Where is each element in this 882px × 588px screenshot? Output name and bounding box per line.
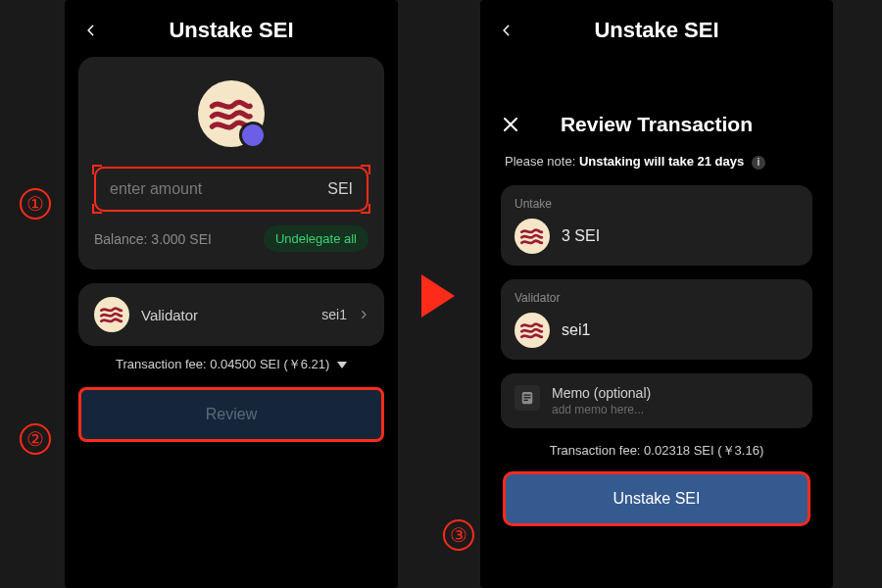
untake-label: Untake bbox=[514, 197, 799, 211]
validator-label: Validator bbox=[141, 307, 198, 323]
unstake-submit-button[interactable]: Unstake SEI bbox=[503, 471, 810, 526]
untake-amount: 3 SEI bbox=[562, 227, 600, 245]
sheet-header: Review Transaction bbox=[501, 113, 812, 136]
amount-card: enter amount SEI Balance: 3.000 SEI Unde… bbox=[78, 57, 384, 270]
page-title: Unstake SEI bbox=[496, 18, 817, 43]
annotation-step-1: ① bbox=[20, 188, 51, 220]
sei-logo-icon bbox=[208, 90, 255, 137]
validator-label: Validator bbox=[514, 291, 799, 305]
transaction-fee-label: Transaction fee: 0.02318 SEI (￥3.16) bbox=[501, 442, 812, 460]
svg-rect-6 bbox=[524, 397, 531, 398]
svg-rect-5 bbox=[524, 394, 531, 395]
sei-token-icon bbox=[198, 80, 265, 147]
validator-icon bbox=[94, 297, 129, 332]
info-icon[interactable]: i bbox=[752, 156, 765, 170]
sei-token-icon bbox=[514, 219, 550, 254]
balance-row: Balance: 3.000 SEI Undelegate all bbox=[94, 225, 368, 252]
balance-label: Balance: 3.000 SEI bbox=[94, 231, 212, 247]
unstake-warning: Please note: Unstaking will take 21 days… bbox=[505, 154, 808, 170]
header: Unstake SEI bbox=[65, 0, 398, 57]
caret-down-icon bbox=[337, 362, 347, 369]
review-button[interactable]: Review bbox=[78, 387, 384, 442]
chevron-right-icon bbox=[359, 310, 368, 319]
annotation-step-2: ② bbox=[20, 423, 51, 455]
amount-placeholder: enter amount bbox=[110, 180, 202, 198]
screen-unstake-form: Unstake SEI enter amount SEI Balance: 3.… bbox=[65, 0, 398, 588]
validator-summary-block: Validator sei1 bbox=[501, 279, 812, 360]
transaction-fee-selector[interactable]: Transaction fee: 0.04500 SEI (￥6.21) bbox=[65, 356, 398, 373]
page-title: Unstake SEI bbox=[80, 18, 382, 43]
header: Unstake SEI bbox=[480, 0, 833, 57]
validator-icon bbox=[514, 313, 550, 348]
annotation-arrow-icon bbox=[421, 274, 455, 318]
memo-icon bbox=[514, 385, 540, 411]
sei-logo-icon bbox=[99, 302, 123, 326]
memo-label: Memo (optional) bbox=[552, 385, 651, 401]
memo-placeholder: add memo here... bbox=[552, 403, 651, 416]
sheet-title: Review Transaction bbox=[501, 113, 812, 136]
validator-selector[interactable]: Validator sei1 bbox=[78, 283, 384, 346]
sei-logo-icon bbox=[519, 318, 544, 342]
annotation-step-3: ③ bbox=[443, 519, 474, 551]
untake-summary-block: Untake 3 SEI bbox=[501, 185, 812, 266]
transaction-fee-label: Transaction fee: 0.04500 SEI (￥6.21) bbox=[116, 357, 329, 371]
screen-review-transaction: Unstake SEI Review Transaction Please no… bbox=[480, 0, 833, 588]
note-bold: Unstaking will take 21 days bbox=[579, 154, 744, 169]
validator-value: sei1 bbox=[321, 307, 347, 322]
review-sheet: Review Transaction Please note: Unstakin… bbox=[485, 93, 828, 588]
document-icon bbox=[520, 391, 534, 405]
memo-input[interactable]: Memo (optional) add memo here... bbox=[501, 373, 812, 428]
amount-input[interactable]: enter amount SEI bbox=[94, 167, 368, 212]
validator-value: sei1 bbox=[562, 321, 590, 339]
svg-rect-7 bbox=[524, 399, 528, 400]
amount-unit: SEI bbox=[327, 180, 353, 198]
sei-logo-icon bbox=[519, 223, 544, 248]
note-prefix: Please note: bbox=[505, 154, 579, 169]
undelegate-all-button[interactable]: Undelegate all bbox=[264, 225, 368, 252]
